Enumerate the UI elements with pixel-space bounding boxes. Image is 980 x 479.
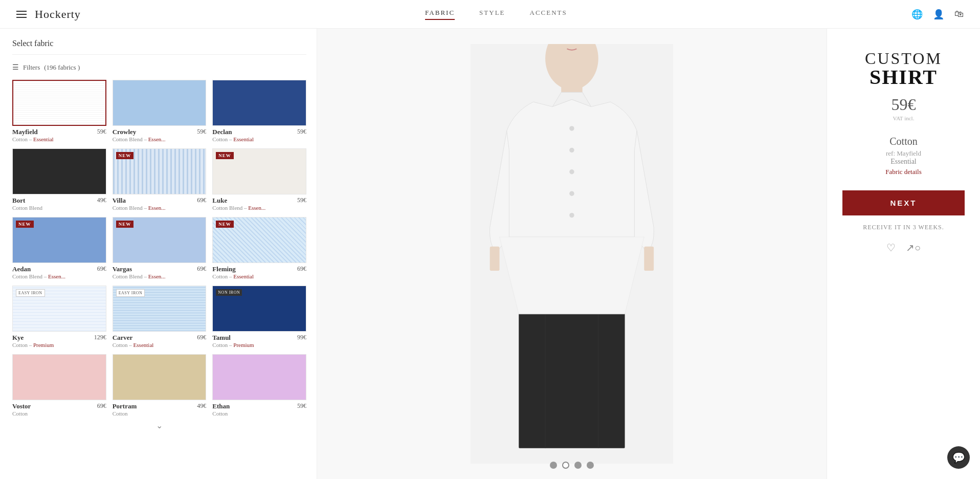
fabric-sub: Cotton Blend – Essen...: [12, 273, 106, 279]
account-icon[interactable]: 👤: [933, 9, 944, 20]
panel-title: Select fabric: [12, 39, 306, 55]
svg-point-8: [569, 191, 574, 195]
fabric-swatch: [113, 354, 207, 400]
fabric-info: Declan59€: [212, 128, 306, 136]
fabric-price: 69€: [197, 197, 206, 204]
nav-item-fabric[interactable]: FABRIC: [425, 9, 455, 20]
fabric-item[interactable]: NEWVilla69€Cotton Blend – Essen...: [113, 148, 207, 211]
translate-icon[interactable]: 🌐: [911, 9, 923, 20]
fabric-price: 69€: [97, 402, 106, 410]
fabric-swatch: EASY IRON: [12, 286, 106, 332]
fabric-item[interactable]: Ethan59€Cotton: [212, 354, 306, 417]
carousel-dot[interactable]: [587, 462, 594, 469]
fabric-item[interactable]: NEWAedan69€Cotton Blend – Essen...: [12, 217, 106, 279]
fabric-sub: Cotton – Essential: [212, 273, 306, 279]
vat-label: VAT incl.: [893, 115, 915, 121]
fabric-item[interactable]: NEWVargas69€Cotton Blend – Essen...: [113, 217, 207, 279]
fabric-price: 99€: [297, 334, 306, 341]
fabric-item[interactable]: NEWFleming69€Cotton – Essential: [212, 217, 306, 279]
fabric-name: Ethan: [212, 402, 230, 410]
svg-rect-17: [644, 247, 654, 271]
fabric-badge: NEW: [16, 221, 34, 228]
fabric-item[interactable]: Portram49€Cotton: [113, 354, 207, 417]
fabric-name: Tamul: [212, 334, 231, 342]
fabric-grid: Mayfield59€Cotton – EssentialCrowley59€C…: [12, 80, 306, 417]
fabric-name: Portram: [113, 402, 137, 410]
wishlist-icon[interactable]: ♡: [886, 242, 896, 254]
nav-item-accents[interactable]: ACCENTS: [530, 9, 567, 20]
fabric-badge: NEW: [216, 221, 234, 228]
fabric-name: Aedan: [12, 265, 31, 273]
svg-point-6: [569, 148, 574, 153]
center-panel: [317, 29, 827, 479]
fabric-price: 129€: [94, 334, 106, 341]
fabric-badge: NEW: [216, 152, 234, 159]
fabric-price: 49€: [197, 402, 206, 410]
fabric-swatch: NEW: [12, 217, 106, 263]
header: Hockerty FABRICSTYLEACCENTS 🌐 👤 🛍: [0, 0, 980, 29]
fabric-info: Mayfield59€: [12, 128, 106, 136]
fabric-sub: Cotton: [12, 410, 106, 417]
fabric-price: 59€: [297, 197, 306, 204]
fabric-price: 59€: [97, 128, 106, 136]
fabric-sub: Cotton: [212, 410, 306, 417]
fabric-item[interactable]: EASY IRONKye129€Cotton – Premium: [12, 286, 106, 348]
fabric-item[interactable]: Crowley59€Cotton Blend – Essen...: [113, 80, 207, 142]
fabric-item[interactable]: Vostor69€Cotton: [12, 354, 106, 417]
fabric-info: Portram49€: [113, 402, 207, 410]
fabric-info: Kye129€: [12, 334, 106, 342]
fabric-swatch: [12, 80, 106, 126]
fabric-item[interactable]: NON IRONTamul99€Cotton – Premium: [212, 286, 306, 348]
fabric-name: Mayfield: [12, 128, 38, 136]
fabric-item[interactable]: Mayfield59€Cotton – Essential: [12, 80, 106, 142]
fabric-name: Declan: [212, 128, 232, 136]
fabric-sub: Cotton – Premium: [212, 342, 306, 348]
carousel-dot[interactable]: [574, 462, 582, 469]
filters-label: Filters: [23, 63, 40, 72]
fabric-name: Fleming: [212, 265, 236, 273]
fabric-price: 69€: [197, 265, 206, 273]
fabric-price: 59€: [297, 128, 306, 136]
fabric-item[interactable]: Bort49€Cotton Blend: [12, 148, 106, 211]
fabric-price: 59€: [197, 128, 206, 136]
next-button[interactable]: NEXT: [842, 190, 965, 215]
fabric-item[interactable]: Declan59€Cotton – Essential: [212, 80, 306, 142]
product-title-line2: SHIRT: [870, 65, 938, 89]
logo: Hockerty: [35, 8, 81, 21]
fabric-price: 69€: [97, 265, 106, 273]
main-nav: FABRICSTYLEACCENTS: [425, 9, 567, 20]
fabric-details-link[interactable]: Fabric details: [885, 168, 921, 176]
fabric-ref: ref: Mayfield: [885, 149, 921, 158]
fabric-sub: Cotton – Essential: [113, 342, 207, 348]
filters-bar[interactable]: ☰ Filters (196 fabrics ): [12, 63, 306, 72]
svg-point-9: [569, 213, 574, 217]
chat-bubble[interactable]: 💬: [947, 446, 970, 469]
fabric-swatch: NEW: [113, 217, 207, 263]
fabric-sub: Cotton – Essential: [212, 136, 306, 142]
cart-icon[interactable]: 🛍: [954, 9, 964, 19]
fabric-sub: Cotton Blend – Essen...: [113, 273, 207, 279]
fabric-swatch: [12, 354, 106, 400]
carousel-dot[interactable]: [562, 462, 569, 469]
fabric-panel: Select fabric ☰ Filters (196 fabrics ) M…: [0, 29, 317, 479]
carousel-dot[interactable]: [550, 462, 557, 469]
nav-item-style[interactable]: STYLE: [479, 9, 505, 20]
fabric-swatch: NEW: [113, 148, 207, 194]
fabric-info: Vargas69€: [113, 265, 207, 273]
fabric-item[interactable]: EASY IRONCarver69€Cotton – Essential: [113, 286, 207, 348]
fabric-info: Crowley59€: [113, 128, 207, 136]
fabric-item[interactable]: NEWLuke59€Cotton Blend – Essen...: [212, 148, 306, 211]
fabric-info: Fleming69€: [212, 265, 306, 273]
hamburger-menu[interactable]: [16, 11, 27, 18]
share-icon[interactable]: ↗○: [906, 242, 921, 254]
main-layout: Select fabric ☰ Filters (196 fabrics ) M…: [0, 29, 980, 479]
header-left: Hockerty: [16, 8, 81, 21]
fabric-swatch: [113, 80, 207, 126]
fabric-name: Bort: [12, 197, 25, 205]
scroll-down-button[interactable]: ⌄: [12, 417, 306, 434]
fabric-info: Luke59€: [212, 197, 306, 205]
fabric-name: Kye: [12, 334, 24, 342]
fabric-price: 49€: [97, 197, 106, 204]
fabric-badge: NON IRON: [216, 289, 242, 296]
carousel-dots: [550, 462, 594, 469]
